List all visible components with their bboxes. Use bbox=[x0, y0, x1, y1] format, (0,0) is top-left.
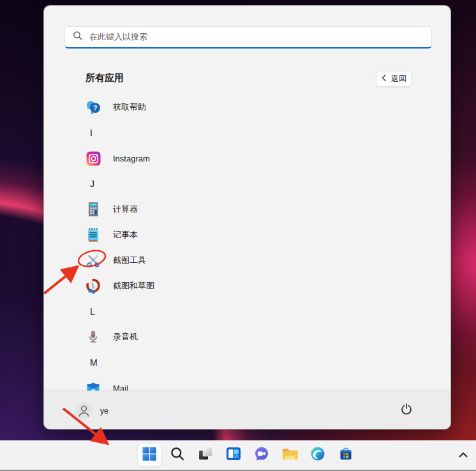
user-bar: ye bbox=[44, 391, 450, 429]
edge-button[interactable] bbox=[306, 443, 330, 467]
app-item-snipping-tool[interactable]: 截图工具 bbox=[44, 248, 450, 273]
taskbar-search-button[interactable] bbox=[165, 443, 190, 467]
app-item-calculator[interactable]: 计算器 bbox=[44, 197, 450, 222]
section-letter-i[interactable]: I bbox=[44, 120, 450, 146]
app-label: 录音机 bbox=[113, 331, 138, 343]
tray-chevron-up-icon[interactable] bbox=[456, 448, 471, 463]
back-button[interactable]: 返回 bbox=[376, 71, 412, 87]
notepad-icon bbox=[85, 227, 101, 243]
widgets-icon bbox=[225, 445, 242, 464]
username: ye bbox=[100, 407, 108, 415]
task-view-button[interactable] bbox=[193, 443, 218, 467]
widgets-button[interactable] bbox=[221, 443, 246, 467]
chat-icon bbox=[253, 445, 270, 464]
file-explorer-icon bbox=[281, 445, 299, 464]
chat-button[interactable] bbox=[249, 443, 274, 467]
edge-icon bbox=[309, 445, 326, 464]
app-label: Instagram bbox=[113, 154, 150, 163]
taskbar-icons bbox=[137, 443, 358, 467]
all-apps-title: 所有应用 bbox=[86, 72, 124, 84]
app-item-mail[interactable]: Mail bbox=[44, 375, 450, 392]
app-label: 截图工具 bbox=[113, 255, 146, 266]
chevron-left-icon bbox=[381, 74, 387, 84]
app-item-snip-sketch[interactable]: 截图和草图 bbox=[44, 273, 450, 299]
store-icon bbox=[338, 445, 354, 464]
app-label: 截图和草图 bbox=[113, 280, 154, 292]
voice-recorder-icon bbox=[85, 329, 101, 345]
start-button[interactable] bbox=[137, 443, 161, 467]
power-icon bbox=[400, 403, 413, 417]
power-button[interactable] bbox=[394, 398, 419, 422]
app-label: 获取帮助 bbox=[113, 101, 146, 113]
app-item-instagram[interactable]: Instagram bbox=[44, 146, 450, 171]
app-item-voice-recorder[interactable]: 录音机 bbox=[44, 324, 450, 350]
instagram-icon bbox=[85, 150, 101, 167]
app-list: ? 获取帮助 I bbox=[44, 94, 450, 392]
user-avatar bbox=[75, 402, 93, 419]
section-letter-label: J bbox=[90, 179, 94, 189]
desktop: 在此键入以搜索 所有应用 返回 ? 获取帮助 bbox=[0, 0, 476, 471]
task-view-icon bbox=[197, 445, 214, 464]
start-menu-panel: 在此键入以搜索 所有应用 返回 ? 获取帮助 bbox=[43, 5, 451, 430]
section-letter-j[interactable]: J bbox=[44, 171, 450, 197]
back-label: 返回 bbox=[391, 73, 406, 84]
search-icon bbox=[73, 31, 83, 43]
search-icon bbox=[169, 445, 186, 464]
app-label: 计算器 bbox=[113, 204, 138, 215]
search-placeholder: 在此键入以搜索 bbox=[89, 31, 147, 43]
app-item-get-help[interactable]: ? 获取帮助 bbox=[44, 94, 450, 120]
windows-logo-icon bbox=[142, 446, 157, 463]
get-help-icon: ? bbox=[85, 99, 101, 116]
app-label: 记事本 bbox=[113, 229, 138, 241]
taskbar bbox=[0, 440, 476, 471]
file-explorer-button[interactable] bbox=[278, 443, 302, 467]
snip-sketch-icon bbox=[85, 278, 101, 294]
section-letter-label: M bbox=[90, 357, 98, 368]
app-item-notepad[interactable]: 记事本 bbox=[44, 222, 450, 248]
snipping-tool-icon bbox=[85, 252, 101, 269]
store-button[interactable] bbox=[334, 443, 358, 467]
calculator-icon bbox=[85, 201, 101, 218]
section-letter-l[interactable]: L bbox=[44, 299, 450, 324]
svg-text:?: ? bbox=[93, 104, 98, 112]
section-letter-label: I bbox=[90, 128, 93, 138]
user-account-button[interactable]: ye bbox=[75, 402, 108, 419]
section-letter-m[interactable]: M bbox=[44, 350, 450, 375]
section-letter-label: L bbox=[90, 306, 95, 317]
search-input[interactable]: 在此键入以搜索 bbox=[64, 26, 432, 49]
